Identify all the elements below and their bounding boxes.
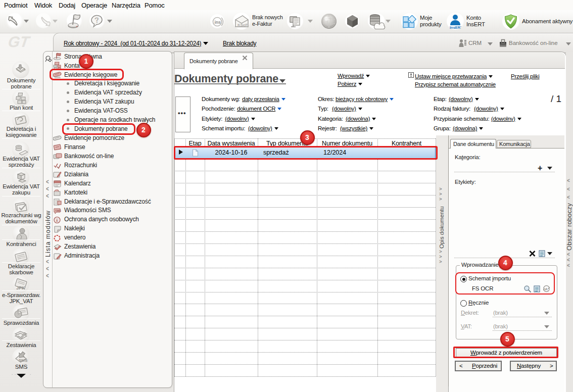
svg-text:KSeF: KSeF bbox=[237, 23, 248, 27]
svg-text:SMS: SMS bbox=[55, 209, 61, 212]
svg-text:JPK: JPK bbox=[16, 285, 25, 290]
svg-text:ins: ins bbox=[215, 20, 221, 25]
svg-text:InsERT: InsERT bbox=[450, 25, 461, 29]
svg-text:SMS: SMS bbox=[19, 358, 28, 363]
